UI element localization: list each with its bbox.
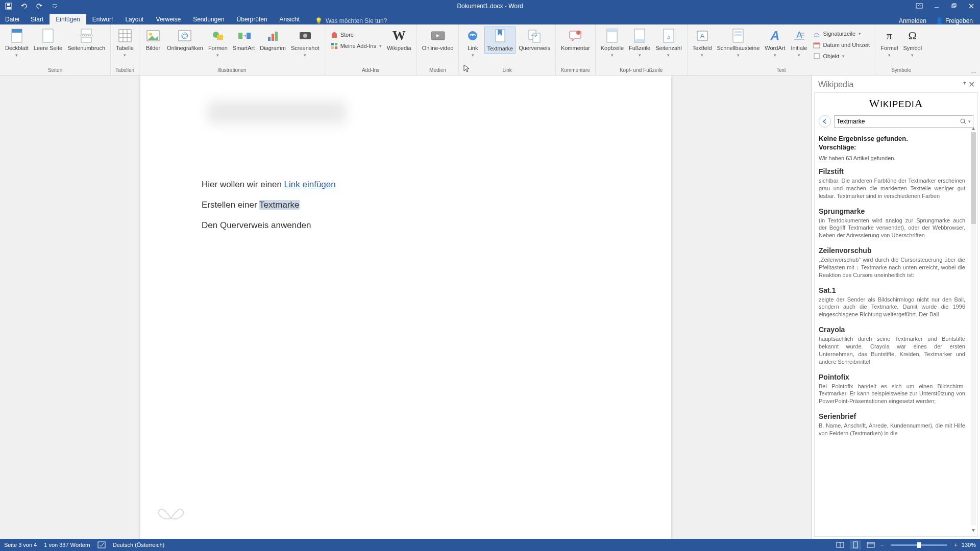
textbox-button[interactable]: ATextfeld▾: [691, 27, 714, 59]
maximize-button[interactable]: [945, 0, 963, 12]
redo-button[interactable]: [34, 1, 45, 11]
svg-rect-69: [853, 542, 857, 548]
my-addins-button[interactable]: Meine Add-Ins▾: [328, 41, 384, 51]
svg-rect-36: [331, 46, 334, 49]
wiki-result-item[interactable]: Filzstiftsichtbar. Die anderen Farbtöne …: [819, 167, 965, 200]
signin-link[interactable]: Anmelden: [899, 17, 926, 24]
bookmark-button[interactable]: Textmarke: [484, 27, 516, 54]
wiki-search-input[interactable]: [837, 118, 960, 125]
search-icon[interactable]: [960, 118, 966, 124]
web-layout-button[interactable]: [865, 540, 876, 549]
doc-line-1[interactable]: Hier wollen wir einen Link einfügen: [202, 180, 610, 190]
wiki-scrollbar[interactable]: ▴ ▾: [969, 123, 977, 534]
link-button[interactable]: Link▾: [462, 27, 483, 59]
scroll-thumb[interactable]: [971, 132, 976, 224]
online-video-button[interactable]: Online-video: [420, 27, 456, 53]
group-symbols: πFormel▾ ΩSymbol▾ Symbole: [875, 24, 927, 75]
zoom-out-button[interactable]: −: [880, 542, 884, 548]
screenshot-button[interactable]: Screenshot▾: [289, 27, 322, 59]
wiki-result-title[interactable]: Sprungmarke: [819, 207, 965, 215]
group-pages: Deckblatt▾ Leere Seite Seitenumbruch Sei…: [0, 24, 111, 75]
group-label-symbols: Symbole: [891, 67, 911, 74]
save-button[interactable]: [3, 1, 14, 11]
pane-menu-button[interactable]: ▾: [963, 80, 966, 89]
doc-line-2[interactable]: Erstellen einer Textmarke: [202, 200, 610, 210]
selected-text[interactable]: Textmarke: [259, 200, 299, 210]
wiki-result-title[interactable]: Zeilenvorschub: [819, 246, 965, 255]
zoom-level[interactable]: 130%: [962, 542, 976, 548]
wiki-result-title[interactable]: Serienbrief: [819, 412, 965, 420]
scroll-up-icon[interactable]: ▴: [969, 123, 977, 132]
wiki-result-item[interactable]: Sat.1zeigte der Sender als Bildschirmlog…: [819, 286, 965, 319]
wikipedia-addin-button[interactable]: WWikipedia: [385, 27, 413, 53]
svg-rect-37: [335, 46, 337, 49]
print-layout-button[interactable]: [850, 540, 861, 549]
wiki-result-title[interactable]: Crayola: [819, 325, 965, 334]
spellcheck-icon[interactable]: [97, 541, 106, 548]
tab-references[interactable]: Verweise: [150, 14, 187, 24]
footer-button[interactable]: Fußzeile▾: [627, 27, 652, 59]
wordart-button[interactable]: AWordArt▾: [763, 27, 787, 59]
comment-button[interactable]: Kommentar: [559, 27, 592, 53]
undo-button[interactable]: [18, 1, 30, 11]
doc-line-3[interactable]: Den Querverweis anwenden: [202, 220, 610, 231]
tab-layout[interactable]: Layout: [119, 14, 150, 24]
hyperlink-link[interactable]: Link: [284, 180, 300, 189]
wiki-result-item[interactable]: Sprungmarke(in Textdokumenten wird analo…: [819, 207, 965, 240]
tab-view[interactable]: Ansicht: [274, 14, 306, 24]
zoom-in-button[interactable]: +: [954, 542, 957, 548]
minimize-button[interactable]: [928, 0, 945, 12]
close-button[interactable]: [963, 0, 980, 12]
tab-insert[interactable]: Einfügen: [50, 14, 86, 24]
wiki-result-title[interactable]: Sat.1: [819, 286, 965, 294]
document-page[interactable]: Hier wollen wir einen Link einfügen Erst…: [140, 76, 671, 539]
wiki-result-title[interactable]: Filzstift: [819, 167, 965, 176]
status-page[interactable]: Seite 3 von 4: [4, 542, 37, 548]
share-button[interactable]: 👤Freigeben: [936, 17, 973, 24]
symbol-button[interactable]: ΩSymbol▾: [901, 27, 924, 59]
ribbon-display-options[interactable]: [911, 0, 928, 12]
group-addins: Store Meine Add-Ins▾ WWikipedia Add-Ins: [325, 24, 417, 75]
shapes-button[interactable]: Formen▾: [206, 27, 230, 59]
pictures-button[interactable]: Bilder: [142, 27, 164, 53]
blank-page-button[interactable]: Leere Seite: [32, 27, 64, 53]
hyperlink-einfuegen[interactable]: einfügen: [303, 180, 336, 189]
tab-file[interactable]: Datei: [0, 14, 24, 24]
wiki-result-item[interactable]: Crayolahauptsächlich durch seine Textmar…: [819, 325, 965, 365]
collapse-ribbon-button[interactable]: ︿: [971, 67, 977, 76]
tab-design[interactable]: Entwurf: [86, 14, 119, 24]
dropcap-button[interactable]: AInitiale▾: [788, 27, 810, 59]
date-time-button[interactable]: Datum und Uhrzeit: [811, 40, 872, 50]
wiki-result-title[interactable]: Pointofix: [819, 373, 965, 381]
zoom-slider[interactable]: [891, 544, 947, 546]
scroll-down-icon[interactable]: ▾: [969, 525, 977, 534]
wiki-result-item[interactable]: PointofixBei Pointofix handelt es sich u…: [819, 373, 965, 406]
tell-me-search[interactable]: 💡 Was möchten Sie tun?: [315, 17, 387, 24]
tab-review[interactable]: Überprüfen: [231, 14, 274, 24]
tab-home[interactable]: Start: [24, 14, 50, 24]
header-button[interactable]: Kopfzeile▾: [599, 27, 626, 59]
wiki-back-button[interactable]: [819, 115, 831, 128]
object-button[interactable]: Objekt▾: [811, 51, 872, 61]
equation-button[interactable]: πFormel▾: [878, 27, 900, 59]
chart-button[interactable]: Diagramm: [258, 27, 288, 53]
qat-customize[interactable]: [49, 1, 60, 11]
cover-page-button[interactable]: Deckblatt▾: [3, 27, 31, 59]
wiki-result-item[interactable]: Zeilenvorschub„Zeilenvorschub" wird durc…: [819, 246, 965, 279]
cross-reference-button[interactable]: Querverweis: [517, 27, 552, 53]
pane-close-button[interactable]: ✕: [968, 80, 975, 89]
status-words[interactable]: 1 von 337 Wörtern: [44, 542, 90, 548]
store-button[interactable]: Store: [328, 30, 384, 40]
svg-rect-48: [634, 39, 645, 42]
page-break-button[interactable]: Seitenumbruch: [65, 27, 107, 53]
tab-mailings[interactable]: Sendungen: [187, 14, 230, 24]
smartart-button[interactable]: SmartArt: [231, 27, 257, 53]
page-number-button[interactable]: #Seitenzahl▾: [653, 27, 683, 59]
online-pictures-button[interactable]: Onlinegrafiken: [165, 27, 205, 53]
wiki-result-item[interactable]: SerienbriefB. Name, Anschrift, Anrede, K…: [819, 412, 965, 437]
signature-line-button[interactable]: Signaturzeile▾: [811, 29, 872, 39]
status-language[interactable]: Deutsch (Österreich): [113, 542, 164, 548]
read-mode-button[interactable]: [835, 540, 846, 549]
quickparts-button[interactable]: Schnellbausteine▾: [715, 27, 762, 59]
table-button[interactable]: Tabelle▾: [114, 27, 136, 59]
